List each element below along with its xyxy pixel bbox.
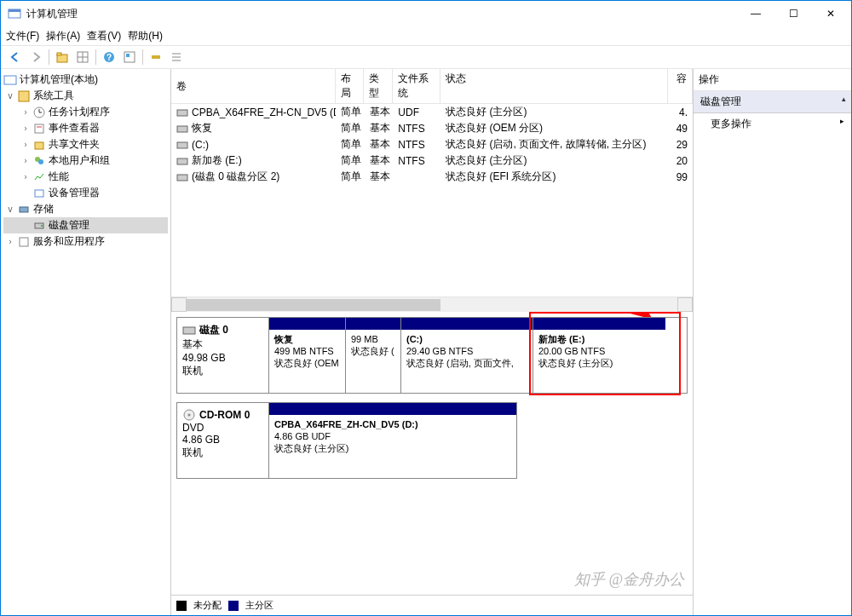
toolbar: ? <box>1 45 851 69</box>
menu-file[interactable]: 文件(F) <box>6 29 39 43</box>
up-button[interactable] <box>53 48 72 66</box>
minimize-button[interactable]: — <box>737 1 774 26</box>
header-type[interactable]: 类型 <box>364 69 393 103</box>
tree-shared-folders[interactable]: ›共享文件夹 <box>3 136 168 153</box>
grid-button[interactable] <box>73 48 92 66</box>
tree-local-users[interactable]: ›本地用户和组 <box>3 153 168 169</box>
main-window: 计算机管理 — ☐ ✕ 文件(F) 操作(A) 查看(V) 帮助(H) ? 计算… <box>0 0 852 616</box>
svg-point-38 <box>188 414 191 417</box>
disk-partition[interactable]: 99 MB 状态良好 ( <box>346 318 401 393</box>
svg-rect-29 <box>20 238 28 246</box>
tree-services[interactable]: ›服务和应用程序 <box>3 233 168 250</box>
label: 共享文件夹 <box>49 137 100 152</box>
tool-button[interactable] <box>147 48 165 66</box>
center-pane: 卷 布局 类型 文件系统 状态 容 CPBA_X64FRE_ZH-CN_DV5 … <box>171 69 694 615</box>
cdrom-icon <box>182 408 196 422</box>
partition-bar <box>401 318 532 330</box>
legend: 未分配 主分区 <box>171 595 693 615</box>
volume-table: 卷 布局 类型 文件系统 状态 容 CPBA_X64FRE_ZH-CN_DV5 … <box>171 69 693 312</box>
header-volume[interactable]: 卷 <box>171 69 336 103</box>
tree-storage[interactable]: v存储 <box>3 201 168 217</box>
cdrom-partition[interactable]: CPBA_X64FRE_ZH-CN_DV5 (D:) 4.86 GB UDF 状… <box>269 403 516 478</box>
forward-button[interactable] <box>26 48 45 66</box>
disk-size: 49.98 GB <box>182 352 263 364</box>
list-button[interactable] <box>167 48 186 66</box>
svg-rect-33 <box>177 158 187 164</box>
volume-row[interactable]: (磁盘 0 磁盘分区 2) 简单 基本 状态良好 (EFI 系统分区) 99 <box>171 169 693 185</box>
part-name: CPBA_X64FRE_ZH-CN_DV5 (D:) <box>274 418 511 430</box>
tree-root[interactable]: 计算机管理(本地) <box>3 72 168 88</box>
partition-bar <box>269 318 345 330</box>
svg-point-24 <box>38 159 43 164</box>
cdrom-size: 4.86 GB <box>182 434 263 446</box>
label: 本地用户和组 <box>49 153 110 168</box>
partition-bar <box>269 403 516 415</box>
volume-row[interactable]: (C:) 简单 基本 NTFS 状态良好 (启动, 页面文件, 故障转储, 主分… <box>171 136 693 153</box>
header-filesystem[interactable]: 文件系统 <box>393 69 440 103</box>
cdrom-0-block[interactable]: CD-ROM 0 DVD 4.86 GB 联机 CPBA_X64FRE_ZH-C… <box>176 402 517 479</box>
horizontal-scrollbar[interactable] <box>171 296 693 312</box>
label: 存储 <box>33 202 54 216</box>
content: 计算机管理(本地) v系统工具 ›任务计划程序 ›事件查看器 ›共享文件夹 ›本… <box>1 69 851 615</box>
help-button[interactable]: ? <box>100 48 118 66</box>
tree-device-manager[interactable]: 设备管理器 <box>3 185 168 201</box>
menu-help[interactable]: 帮助(H) <box>128 29 163 43</box>
volume-row[interactable]: 恢复 简单 基本 NTFS 状态良好 (OEM 分区) 49 <box>171 120 693 136</box>
cdrom-kind: DVD <box>182 422 263 434</box>
svg-rect-1 <box>9 9 20 12</box>
tree-disk-management[interactable]: 磁盘管理 <box>3 217 168 233</box>
cdrom-partitions: CPBA_X64FRE_ZH-CN_DV5 (D:) 4.86 GB UDF 状… <box>269 403 516 478</box>
tree-pane: 计算机管理(本地) v系统工具 ›任务计划程序 ›事件查看器 ›共享文件夹 ›本… <box>1 69 171 615</box>
header-layout[interactable]: 布局 <box>336 69 365 103</box>
svg-rect-10 <box>126 54 130 57</box>
svg-rect-30 <box>177 110 187 116</box>
menu-action[interactable]: 操作(A) <box>46 29 80 43</box>
app-icon <box>8 7 21 20</box>
tree-system-tools[interactable]: v系统工具 <box>3 88 168 104</box>
label: 系统工具 <box>33 89 74 103</box>
window-title: 计算机管理 <box>26 7 737 21</box>
titlebar: 计算机管理 — ☐ ✕ <box>1 1 851 26</box>
back-button[interactable] <box>6 48 25 66</box>
disk-graphical-area: 磁盘 0 基本 49.98 GB 联机 恢复 499 MB NTFS 状态良好 … <box>171 312 693 595</box>
svg-rect-20 <box>35 124 43 133</box>
header-capacity[interactable]: 容 <box>668 69 693 103</box>
disk-0-label: 磁盘 0 基本 49.98 GB 联机 <box>177 318 269 393</box>
disk-partition[interactable]: 恢复 499 MB NTFS 状态良好 (OEM <box>269 318 346 393</box>
tree-performance[interactable]: ›性能 <box>3 169 168 185</box>
label: 事件查看器 <box>49 121 100 135</box>
cdrom-label: CD-ROM 0 DVD 4.86 GB 联机 <box>177 403 269 478</box>
legend-swatch-primary <box>228 601 239 611</box>
volume-row[interactable]: CPBA_X64FRE_ZH-CN_DV5 (D:) 简单 基本 UDF 状态良… <box>171 104 693 120</box>
svg-rect-25 <box>35 190 43 197</box>
disk-partition[interactable]: (C:) 29.40 GB NTFS 状态良好 (启动, 页面文件, <box>401 318 533 393</box>
svg-rect-26 <box>20 207 28 212</box>
volume-row[interactable]: 新加卷 (E:) 简单 基本 NTFS 状态良好 (主分区) 20 <box>171 153 693 169</box>
partition-info: 恢复 499 MB NTFS 状态良好 (OEM <box>269 330 345 372</box>
header-status[interactable]: 状态 <box>440 69 668 103</box>
window-controls: — ☐ ✕ <box>737 1 849 26</box>
watermark: 知乎 @金舟办公 <box>574 569 684 590</box>
scroll-thumb[interactable] <box>185 299 440 311</box>
tree-event-viewer[interactable]: ›事件查看器 <box>3 120 168 136</box>
refresh-button[interactable] <box>120 48 139 66</box>
part-size: 4.86 GB UDF <box>274 430 511 442</box>
partition-info: (C:) 29.40 GB NTFS 状态良好 (启动, 页面文件, <box>401 330 532 372</box>
actions-section[interactable]: 磁盘管理 <box>694 91 851 113</box>
actions-more[interactable]: 更多操作 <box>694 113 851 135</box>
part-status: 状态良好 (主分区) <box>274 442 511 454</box>
label: 任务计划程序 <box>49 105 110 119</box>
cdrom-state: 联机 <box>182 446 263 460</box>
label: 设备管理器 <box>49 186 100 200</box>
close-button[interactable]: ✕ <box>812 1 849 26</box>
disk-kind: 基本 <box>182 337 263 352</box>
tree-task-scheduler[interactable]: ›任务计划程序 <box>3 104 168 120</box>
tree-root-label: 计算机管理(本地) <box>20 72 98 87</box>
label: 磁盘管理 <box>49 218 89 233</box>
svg-text:?: ? <box>106 53 112 62</box>
label: 服务和应用程序 <box>33 234 105 249</box>
menu-view[interactable]: 查看(V) <box>87 29 121 43</box>
svg-rect-3 <box>57 53 61 55</box>
cdrom-name: CD-ROM 0 <box>199 409 250 421</box>
maximize-button[interactable]: ☐ <box>774 1 812 26</box>
